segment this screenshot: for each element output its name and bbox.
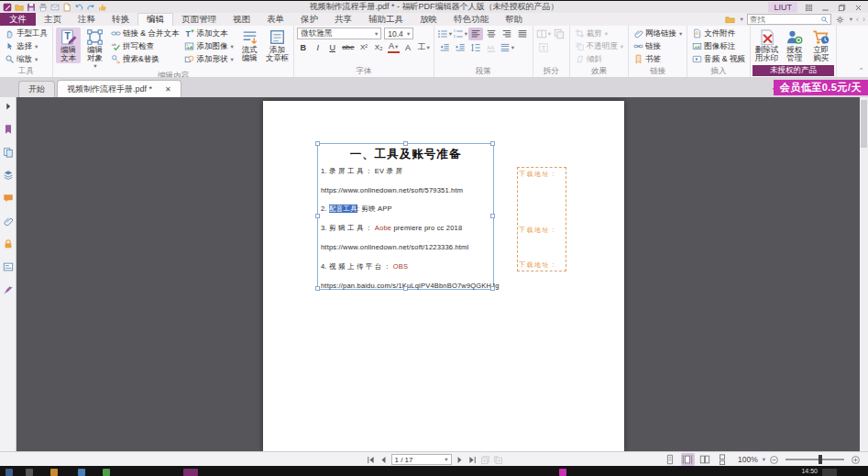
prev-chevron-icon[interactable]: ‹ [856, 15, 859, 24]
last-page-icon[interactable] [467, 455, 478, 465]
resize-handle[interactable] [315, 214, 320, 218]
menu-tab-辅助工具[interactable]: 辅助工具 [360, 13, 412, 26]
fit-page-view-button[interactable] [681, 453, 695, 466]
close-icon[interactable] [854, 4, 863, 12]
menu-tab-编辑[interactable]: 编辑 [137, 13, 173, 26]
resize-handle[interactable] [490, 141, 495, 146]
edit-text-button[interactable]: T编辑文本 [56, 28, 81, 63]
bookmark-button[interactable]: 书签 [632, 53, 684, 65]
minimize-icon[interactable] [821, 4, 830, 12]
pdf-page[interactable]: 一、工具及账号准备 1. 录 屏 工 具 ： EV 录 屏https://www… [263, 101, 624, 451]
align-left-button[interactable] [468, 28, 483, 40]
indent-dec-button[interactable] [437, 41, 452, 54]
close-tab-icon[interactable]: ✕ [165, 85, 171, 94]
shear-button[interactable]: 倾斜 [573, 53, 625, 65]
article-frame-button[interactable]: 添加文章框 [264, 28, 291, 63]
line-spacing-button[interactable] [468, 41, 483, 54]
underline-button[interactable]: U [326, 41, 338, 53]
zoom-in-icon[interactable] [851, 455, 861, 465]
form-fields-icon[interactable] [3, 261, 14, 272]
like-icon[interactable] [98, 3, 107, 12]
menu-tab-特色功能[interactable]: 特色功能 [445, 13, 497, 26]
zoom-level[interactable]: 100% [738, 455, 758, 464]
menu-tab-页面管理[interactable]: 页面管理 [173, 13, 225, 26]
user-account-button[interactable]: LIUT [768, 2, 797, 13]
cart-button[interactable]: 立即购买 [808, 28, 833, 63]
previous-view-icon[interactable] [480, 455, 490, 465]
add-text-button[interactable]: T添加文本 [182, 28, 235, 39]
bold-button[interactable]: B [297, 41, 309, 53]
document-heading[interactable]: 一、工具及账号准备 [318, 147, 493, 162]
document-line[interactable]: https://www.onlinedown.net/soft/1223336.… [321, 243, 492, 251]
document-line[interactable]: 3. 剪 辑 工 具 ： Aobe premiere pro cc 2018 [321, 224, 492, 233]
search-icon[interactable] [820, 16, 829, 24]
menu-tab-视图[interactable]: 视图 [225, 13, 258, 26]
document-line[interactable]: 1. 录 屏 工 具 ： EV 录 屏 [321, 167, 492, 176]
taskbar-app-1[interactable] [50, 469, 58, 476]
recent-folder-icon[interactable] [725, 15, 735, 25]
document-line[interactable]: 4. 视 频 上 传 平 台 ： OBS [321, 262, 492, 271]
restore-icon[interactable] [838, 4, 846, 12]
chain-merge-button[interactable]: 链接 & 合并文本 [109, 28, 181, 39]
merge-cells-button[interactable] [552, 28, 566, 40]
menu-tab-帮助[interactable]: 帮助 [497, 13, 531, 26]
taskbar-search[interactable] [26, 469, 33, 476]
scrollbar-thumb[interactable] [861, 100, 867, 148]
weblink-button[interactable]: 网络链接▾ [632, 28, 684, 39]
open-folder-icon[interactable] [15, 3, 24, 12]
subscript-button[interactable]: X₂ [373, 41, 385, 53]
print-icon[interactable] [38, 3, 48, 12]
search-replace-button[interactable]: 搜索&替换 [109, 53, 181, 65]
resize-handle[interactable] [403, 286, 408, 291]
page-number-input[interactable]: 1 / 17▾ [391, 454, 452, 465]
file-attach-button[interactable]: 文件附件 [690, 28, 746, 39]
next-chevron-icon[interactable]: › [863, 15, 865, 24]
bookmarks-icon[interactable] [3, 124, 14, 135]
menu-tab-表单[interactable]: 表单 [258, 13, 292, 26]
text-edit-bounding-box[interactable]: 一、工具及账号准备 1. 录 屏 工 具 ： EV 录 屏https://www… [317, 143, 494, 290]
zoom-slider[interactable] [786, 459, 844, 460]
add-shape-button[interactable]: 添加形状▾ [182, 53, 235, 65]
split-cells-button[interactable]: ▾ [536, 28, 551, 40]
zoom-slider-thumb[interactable] [819, 455, 822, 464]
continuous-scroll-view-button[interactable] [716, 453, 730, 466]
align-justify-button[interactable] [515, 28, 530, 40]
tab-document[interactable]: 视频制作流程手册.pdf * ✕ [57, 80, 181, 97]
taskbar-tray[interactable] [822, 469, 837, 476]
watermark-del-button[interactable]: 删除试用水印 [753, 28, 781, 63]
font-color-button[interactable]: A▾ [388, 41, 400, 53]
taskbar-app-3[interactable] [103, 469, 110, 476]
email-icon[interactable] [50, 3, 60, 12]
resize-handle[interactable] [490, 214, 495, 218]
redo-icon[interactable] [86, 3, 95, 12]
char-style-button[interactable]: A [402, 41, 414, 53]
resize-handle[interactable] [315, 286, 320, 291]
vertical-scrollbar[interactable] [860, 97, 868, 451]
audio-video-button[interactable]: 音频 & 视频 [690, 53, 746, 65]
menu-tab-保护[interactable]: 保护 [292, 13, 326, 26]
layout-grid-icon[interactable] [805, 4, 813, 12]
edit-object-button[interactable]: 编辑对象▾ [82, 28, 107, 71]
crop-button[interactable]: 裁剪▾ [573, 28, 625, 39]
italic-button[interactable]: I [312, 41, 324, 53]
font-size-select[interactable]: 10.4▾ [384, 28, 413, 39]
comments-icon[interactable] [3, 193, 14, 204]
font-family-select[interactable]: 微软雅黑▾ [297, 28, 381, 39]
strikethrough-button[interactable]: abe [341, 41, 355, 53]
zoom-caret-icon[interactable]: ▾ [763, 456, 765, 463]
document-line[interactable]: https://www.onlinedown.net/soft/579351.h… [321, 186, 492, 194]
gear-caret[interactable]: ▾ [850, 16, 852, 23]
resize-handle[interactable] [490, 286, 495, 291]
magnifier-button[interactable]: 缩放▾ [3, 53, 49, 65]
gear-icon[interactable] [835, 15, 845, 25]
page-thumbnails-icon[interactable] [3, 147, 14, 158]
facing-pages-view-button[interactable] [698, 453, 712, 466]
single-page-view-button[interactable] [664, 453, 677, 466]
attachments-icon[interactable] [3, 216, 14, 227]
undo-icon[interactable] [74, 3, 83, 12]
search-input[interactable] [750, 15, 820, 24]
para-spacing-button[interactable]: ▾ [500, 41, 514, 54]
char-spacing-button[interactable]: AA [484, 41, 499, 54]
menu-tab-主页[interactable]: 主页 [36, 13, 70, 26]
selected-text[interactable]: 配音工具 [329, 205, 357, 213]
